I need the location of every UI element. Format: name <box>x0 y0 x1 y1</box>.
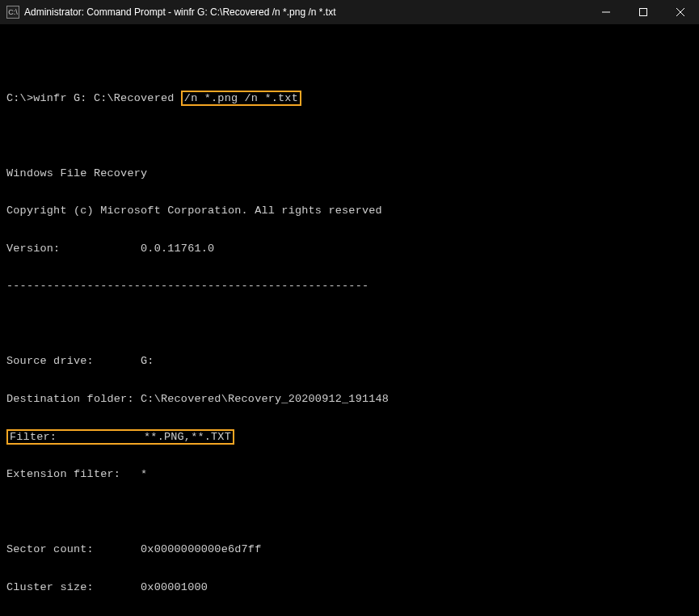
close-button[interactable] <box>662 0 699 24</box>
version: Version: 0.0.11761.0 <box>6 243 693 255</box>
terminal-blank <box>6 54 693 67</box>
svg-rect-1 <box>640 9 647 16</box>
terminal-blank <box>6 129 693 142</box>
source-drive: Source drive: G: <box>6 355 693 368</box>
filter-line: Filter: **.PNG,**.TXT <box>6 431 693 444</box>
terminal-blank <box>6 506 693 519</box>
copyright: Copyright (c) Microsoft Corporation. All… <box>6 205 693 217</box>
minimize-button[interactable] <box>587 0 625 24</box>
window-title: Administrator: Command Prompt - winfr G:… <box>24 6 587 18</box>
cmd-icon: C:\ <box>6 6 19 19</box>
separator: ----------------------------------------… <box>6 280 693 293</box>
cluster-size: Cluster size: 0x00001000 <box>6 581 693 594</box>
app-name: Windows File Recovery <box>6 167 693 180</box>
command-prefix: C:\>winfr G: C:\Recovered <box>6 92 181 104</box>
maximize-button[interactable] <box>625 0 662 24</box>
terminal-output[interactable]: C:\>winfr G: C:\Recovered /n *.png /n *.… <box>0 24 699 616</box>
filter-value: **.PNG,**.TXT <box>144 431 231 443</box>
sector-count: Sector count: 0x0000000000e6d7ff <box>6 543 693 556</box>
command-highlight-box: /n *.png /n *.txt <box>181 91 301 107</box>
destination-folder: Destination folder: C:\Recovered\Recover… <box>6 393 693 406</box>
extension-filter: Extension filter: * <box>6 468 693 481</box>
terminal-blank <box>6 318 693 331</box>
window-controls <box>587 0 699 24</box>
window-titlebar: C:\ Administrator: Command Prompt - winf… <box>0 0 699 24</box>
filter-label: Filter: <box>10 431 144 443</box>
command-line: C:\>winfr G: C:\Recovered /n *.png /n *.… <box>6 92 693 105</box>
filter-highlight-box: Filter: **.PNG,**.TXT <box>6 429 234 445</box>
